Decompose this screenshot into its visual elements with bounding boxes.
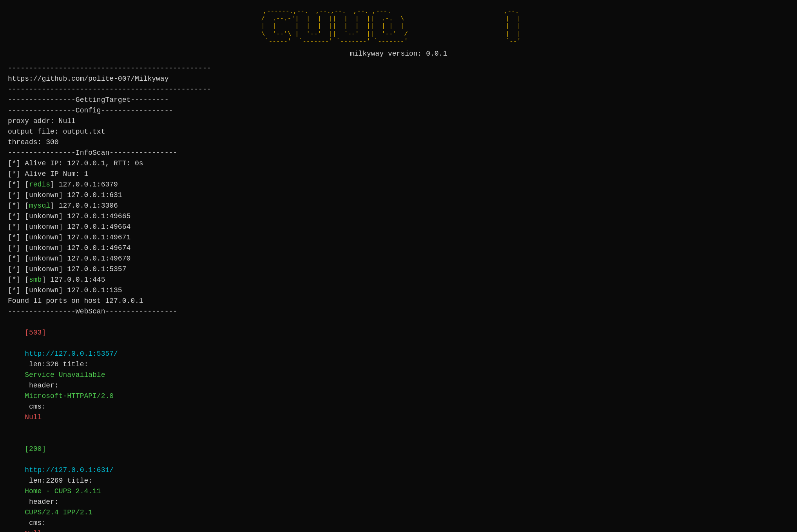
service-redis: [*] [redis] 127.0.0.1:6379 xyxy=(8,179,789,190)
webscan-503: [503] http://127.0.0.1:5357/ len:326 tit… xyxy=(8,317,789,433)
webscan-header: ----------------WebScan----------------- xyxy=(8,306,789,317)
infoscan-header: ----------------InfoScan---------------- xyxy=(8,148,789,158)
alive-ip-num-line: [*] Alive IP Num: 1 xyxy=(8,169,789,179)
getting-target-header: ----------------GettingTarget--------- xyxy=(8,95,789,105)
found-ports: Found 11 ports on host 127.0.0.1 xyxy=(8,296,789,306)
threads: threads: 300 xyxy=(8,137,789,148)
service-mysql: [*] [mysql] 127.0.0.1:3306 xyxy=(8,201,789,211)
service-unknown-49671: [*] [unkonwn] 127.0.0.1:49671 xyxy=(8,232,789,243)
terminal-window: ,------.,--. ,--.,--. ,--. ,---. ,--. / … xyxy=(8,8,789,532)
output-file: output file: output.txt xyxy=(8,127,789,137)
proxy-addr: proxy addr: Null xyxy=(8,116,789,127)
service-unknown-49664: [*] [unkonwn] 127.0.0.1:49664 xyxy=(8,222,789,232)
service-unknown-49670: [*] [unkonwn] 127.0.0.1:49670 xyxy=(8,253,789,264)
service-unknown-5357: [*] [unkonwn] 127.0.0.1:5357 xyxy=(8,264,789,275)
separator-line-1: ----------------------------------------… xyxy=(8,63,789,74)
separator-line-2: ----------------------------------------… xyxy=(8,84,789,95)
service-unknown-135: [*] [unkonwn] 127.0.0.1:135 xyxy=(8,285,789,296)
github-url: https://github.com/polite-007/Milkyway xyxy=(8,74,789,84)
config-header: ----------------Config----------------- xyxy=(8,105,789,116)
service-smb: [*] [smb] 127.0.0.1:445 xyxy=(8,275,789,285)
version-text: milkyway version: 0.0.1 xyxy=(8,49,789,59)
alive-ip-line: [*] Alive IP: 127.0.0.1, RTT: 0s xyxy=(8,158,789,169)
ascii-art-banner: ,------.,--. ,--.,--. ,--. ,---. ,--. / … xyxy=(8,8,789,45)
service-unknown-631: [*] [unkonwn] 127.0.0.1:631 xyxy=(8,190,789,201)
service-unknown-49674: [*] [unkonwn] 127.0.0.1:49674 xyxy=(8,243,789,253)
webscan-200: [200] http://127.0.0.1:631/ len:2269 tit… xyxy=(8,433,789,532)
service-unknown-49665: [*] [unkonwn] 127.0.0.1:49665 xyxy=(8,211,789,222)
